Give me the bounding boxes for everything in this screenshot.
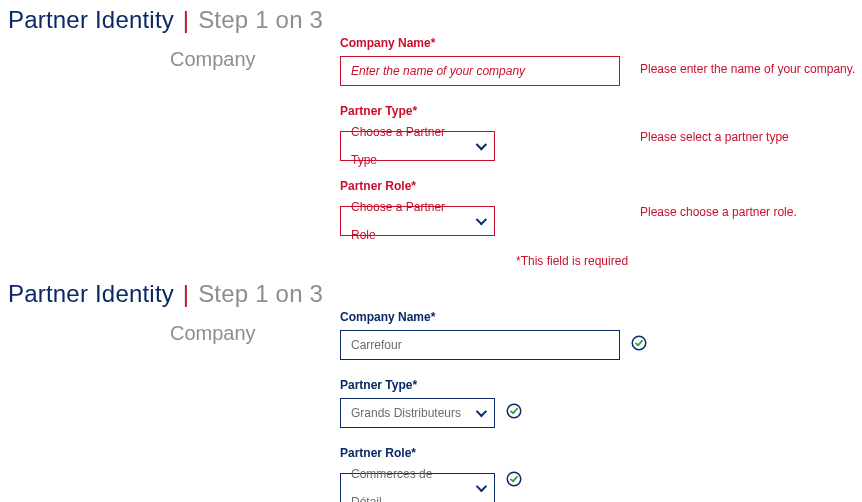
step-separator: | [183,280,189,307]
checkmark-icon [505,470,523,488]
partner-role-value: Choose a Partner Role [351,193,466,249]
required-field-note: *This field is required [516,254,862,268]
company-name-label: Company Name* [340,36,862,50]
company-name-label: Company Name* [340,310,862,324]
partner-type-label: Partner Type* [340,378,862,392]
field-partner-type: Partner Type* Choose a Partner Type Plea… [340,104,862,161]
partner-role-select[interactable]: Choose a Partner Role [340,206,495,236]
valid-state-block: Partner Identity | Step 1 on 3 Company C… [0,274,862,502]
partner-type-select[interactable]: Choose a Partner Type [340,131,495,161]
step-progress: Step 1 on 3 [198,280,323,307]
field-company-name: Company Name* [340,310,862,360]
company-name-input[interactable] [340,330,620,360]
company-name-input[interactable] [340,56,620,86]
partner-role-value: Commerces de Détail [351,460,466,502]
checkmark-icon [630,334,648,352]
step-title: Partner Identity [8,280,174,307]
chevron-down-icon [476,406,487,417]
partner-role-label: Partner Role* [340,179,862,193]
error-state-block: Partner Identity | Step 1 on 3 Company C… [0,0,862,268]
partner-type-select[interactable]: Grands Distributeurs [340,398,495,428]
chevron-down-icon [476,481,487,492]
step-header: Partner Identity | Step 1 on 3 [0,280,862,308]
partner-type-value: Grands Distributeurs [351,399,461,427]
section-label-company: Company [170,48,256,71]
checkmark-icon [505,402,523,420]
partner-type-error: Please select a partner type [640,130,789,144]
field-partner-role: Partner Role* Commerces de Détail [340,446,862,502]
section-label-company: Company [170,322,256,345]
field-company-name: Company Name* Please enter the name of y… [340,36,862,86]
chevron-down-icon [476,139,487,150]
partner-type-label: Partner Type* [340,104,862,118]
chevron-down-icon [476,214,487,225]
partner-type-value: Choose a Partner Type [351,118,466,174]
field-partner-role: Partner Role* Choose a Partner Role Plea… [340,179,862,236]
step-title: Partner Identity [8,6,174,33]
field-partner-type: Partner Type* Grands Distributeurs [340,378,862,428]
step-separator: | [183,6,189,33]
partner-role-label: Partner Role* [340,446,862,460]
partner-role-select[interactable]: Commerces de Détail [340,473,495,502]
step-progress: Step 1 on 3 [198,6,323,33]
partner-role-error: Please choose a partner role. [640,205,797,219]
company-name-error: Please enter the name of your company. [640,62,855,76]
step-header: Partner Identity | Step 1 on 3 [0,6,862,34]
